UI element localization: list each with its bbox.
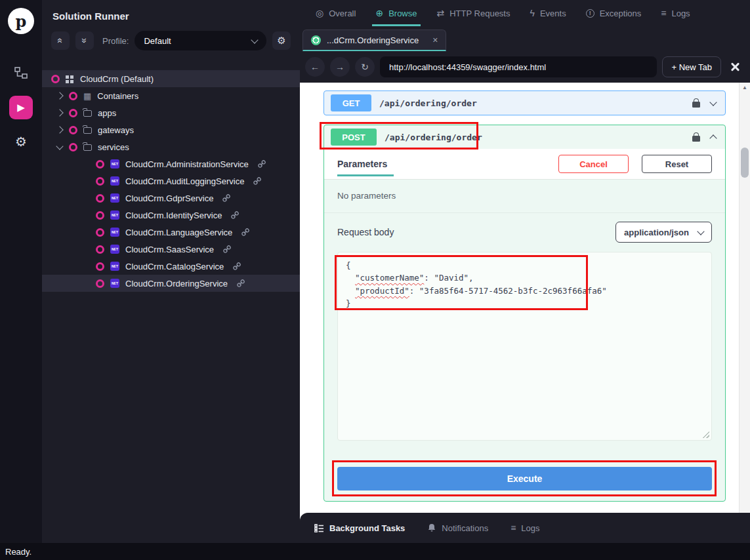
chevron-right-icon bbox=[56, 110, 63, 115]
profile-settings-button[interactable]: ⚙ bbox=[272, 31, 291, 50]
link-icon[interactable] bbox=[237, 279, 245, 287]
app-logo-icon: p bbox=[8, 8, 34, 34]
browse-globe-icon: ⊕ bbox=[375, 9, 383, 18]
tab-http-requests[interactable]: ⇄ HTTP Requests bbox=[437, 0, 510, 26]
tree-item-root[interactable]: CloudCrm (Default) bbox=[42, 70, 300, 87]
link-icon[interactable] bbox=[231, 211, 239, 219]
background-tasks-button[interactable]: Background Tasks bbox=[314, 523, 405, 533]
app-badge-icon bbox=[69, 143, 77, 151]
run-button[interactable]: ▶ bbox=[9, 96, 33, 119]
tree-item-service[interactable]: CloudCrm.LanguageService bbox=[42, 224, 300, 241]
chevron-down-icon bbox=[251, 36, 258, 43]
app-badge-icon bbox=[69, 126, 77, 134]
profile-row: « » Profile: Default ⚙ bbox=[42, 27, 300, 50]
link-icon[interactable] bbox=[253, 177, 261, 185]
browser-navbar: ← → ↻ + New Tab bbox=[300, 51, 750, 83]
tree-item-label: services bbox=[98, 142, 129, 152]
content-type-select[interactable]: application/json bbox=[615, 222, 712, 243]
solution-tree: CloudCrm (Default) ▦ Containers apps bbox=[42, 70, 300, 292]
link-icon[interactable] bbox=[258, 160, 266, 168]
scrollbar-thumb[interactable] bbox=[741, 148, 749, 178]
collapse-all-button[interactable]: « bbox=[51, 31, 70, 50]
chevron-down-icon[interactable] bbox=[709, 98, 717, 106]
new-tab-button[interactable]: + New Tab bbox=[662, 56, 721, 77]
tree-item-service[interactable]: CloudCrm.CatalogService bbox=[42, 258, 300, 275]
dotnet-icon bbox=[110, 176, 119, 186]
link-icon[interactable] bbox=[233, 262, 241, 270]
request-body-label: Request body bbox=[337, 227, 394, 237]
forward-arrow-icon: → bbox=[335, 62, 344, 72]
request-body-editor[interactable]: { "customerName": "David", "productId": … bbox=[337, 252, 712, 441]
tab-events[interactable]: ϟ Events bbox=[530, 0, 566, 26]
url-input[interactable] bbox=[380, 56, 657, 77]
get-operation-header[interactable]: GET /api/ordering/order bbox=[324, 91, 725, 115]
forward-button[interactable]: → bbox=[330, 57, 350, 77]
main-tab-strip: ◎ Overall ⊕ Browse ⇄ HTTP Requests ϟ Eve… bbox=[300, 0, 750, 26]
scroll-up-arrow[interactable]: ▲ bbox=[740, 85, 750, 90]
tree-item-service[interactable]: CloudCrm.IdentityService bbox=[42, 207, 300, 224]
tree-item-label: CloudCrm.SaasService bbox=[125, 245, 214, 254]
refresh-button[interactable]: ↻ bbox=[355, 57, 375, 77]
tab-exceptions[interactable]: ! Exceptions bbox=[586, 0, 642, 26]
app-badge-icon bbox=[69, 92, 77, 100]
profile-dropdown[interactable]: Default bbox=[135, 31, 266, 50]
folder-icon bbox=[83, 110, 92, 117]
notifications-button[interactable]: Notifications bbox=[427, 523, 488, 533]
chevron-up-icon[interactable] bbox=[709, 134, 717, 142]
solution-grid-icon bbox=[66, 75, 74, 83]
logs-button[interactable]: ≡ Logs bbox=[510, 523, 539, 533]
tree-item-service[interactable]: CloudCrm.SaasService bbox=[42, 241, 300, 258]
tree-item-service-selected[interactable]: CloudCrm.OrderingService bbox=[42, 275, 300, 292]
link-icon[interactable] bbox=[223, 245, 231, 253]
tab-logs[interactable]: ≡ Logs bbox=[661, 0, 690, 26]
reset-button[interactable]: Reset bbox=[642, 155, 712, 173]
tab-overall[interactable]: ◎ Overall bbox=[316, 0, 356, 26]
json-value-productid: : "3fa85f64-5717-4562-b3fc-2c963f66afa6" bbox=[409, 286, 607, 296]
link-icon[interactable] bbox=[222, 194, 230, 202]
dotnet-icon bbox=[110, 159, 119, 169]
swagger-icon bbox=[311, 35, 321, 45]
settings-gear-icon[interactable]: ⚙ bbox=[15, 134, 27, 150]
lock-icon[interactable] bbox=[692, 136, 700, 142]
tree-item-apps[interactable]: apps bbox=[42, 104, 300, 121]
tab-browse[interactable]: ⊕ Browse bbox=[375, 0, 417, 26]
lock-icon[interactable] bbox=[692, 102, 700, 108]
json-brace: { bbox=[346, 260, 351, 270]
gear-icon: ⚙ bbox=[277, 35, 285, 47]
back-button[interactable]: ← bbox=[305, 57, 325, 77]
tree-item-service[interactable]: CloudCrm.AuditLoggingService bbox=[42, 172, 300, 190]
vertical-scrollbar[interactable]: ▲ ▼ bbox=[739, 83, 750, 521]
tree-item-gateways[interactable]: gateways bbox=[42, 121, 300, 138]
dotnet-icon bbox=[110, 279, 119, 288]
tab-close-icon[interactable]: × bbox=[432, 35, 438, 45]
background-tasks-label: Background Tasks bbox=[329, 523, 405, 533]
tree-item-label: CloudCrm (Default) bbox=[80, 74, 154, 84]
app-badge-icon bbox=[96, 245, 104, 254]
link-icon[interactable] bbox=[241, 228, 249, 236]
tools-icon[interactable] bbox=[729, 61, 741, 73]
chevron-down-icon bbox=[697, 228, 704, 235]
app-badge-icon bbox=[69, 109, 77, 117]
tree-item-services[interactable]: services bbox=[42, 138, 300, 155]
swagger-post-operation: POST /api/ordering/order Parameters Canc… bbox=[323, 125, 726, 502]
post-operation-header[interactable]: POST /api/ordering/order bbox=[324, 125, 725, 149]
overall-icon: ◎ bbox=[316, 9, 323, 18]
browser-tab-orderingservice[interactable]: ...dCrm.OrderingService × bbox=[302, 30, 446, 51]
solution-tree-icon[interactable] bbox=[14, 67, 28, 81]
get-method-pill: GET bbox=[331, 94, 371, 111]
folder-icon bbox=[83, 127, 92, 134]
expand-all-button[interactable]: » bbox=[75, 31, 94, 50]
execute-button[interactable]: Execute bbox=[337, 467, 712, 490]
app-badge-icon bbox=[96, 228, 104, 237]
dotnet-icon bbox=[110, 228, 119, 237]
main-panel: ◎ Overall ⊕ Browse ⇄ HTTP Requests ϟ Eve… bbox=[300, 0, 750, 543]
tree-item-label: CloudCrm.CatalogService bbox=[125, 262, 224, 271]
tree-item-service[interactable]: CloudCrm.AdministrationService bbox=[42, 155, 300, 172]
cancel-button[interactable]: Cancel bbox=[558, 155, 629, 173]
tree-item-service[interactable]: CloudCrm.GdprService bbox=[42, 190, 300, 207]
chevron-down-icon bbox=[56, 146, 63, 149]
tab-label: Overall bbox=[329, 9, 356, 18]
execute-area: Execute bbox=[324, 441, 725, 501]
app-badge-icon bbox=[96, 177, 104, 186]
tree-item-containers[interactable]: ▦ Containers bbox=[42, 87, 300, 104]
